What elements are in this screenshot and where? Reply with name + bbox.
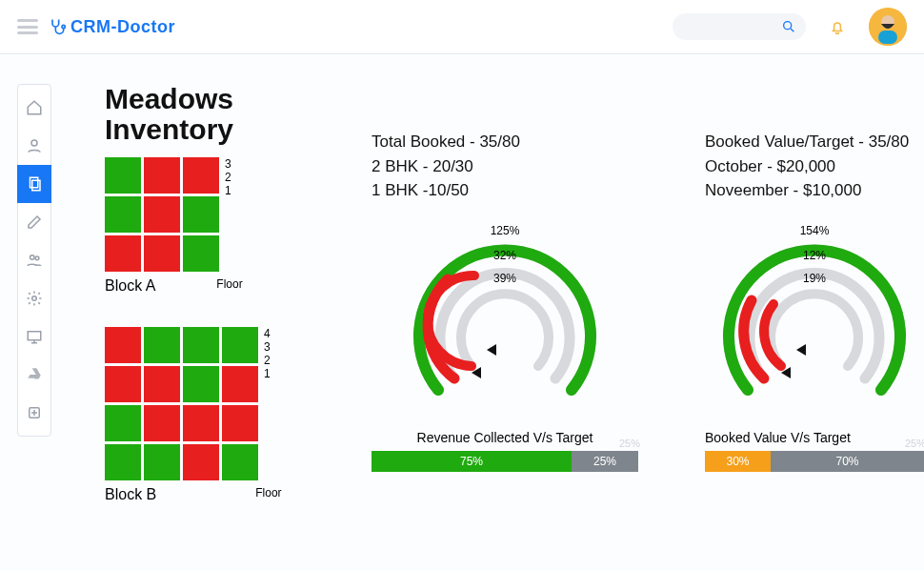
center-summary: Total Booked - 35/80 2 BHK - 20/30 1 BHK…	[372, 130, 638, 203]
right-bar: 30% 70% 25%	[705, 451, 924, 472]
center-bar-title: Revenue Collected V/s Target	[372, 430, 638, 445]
main-content: Meadows Inventory 321 Block A Floor 4321…	[105, 84, 907, 561]
floor-number: 4	[264, 327, 271, 340]
sidebar-item-hospital[interactable]	[17, 394, 51, 432]
gauge-inner-label: 19%	[705, 272, 924, 285]
svg-rect-12	[28, 332, 41, 340]
gauge-mid-label: 32%	[395, 249, 614, 262]
inventory-cell[interactable]	[183, 327, 219, 363]
block-b-label: Block B	[105, 486, 156, 503]
inventory-cell[interactable]	[144, 444, 180, 480]
sidebar-item-files[interactable]	[17, 165, 51, 203]
inventory-cell[interactable]	[144, 157, 180, 194]
brand-logo[interactable]: CRM-Doctor	[48, 17, 175, 37]
center-bar-left: 75%	[372, 451, 572, 472]
sidebar-item-edit[interactable]	[17, 203, 51, 241]
floor-number: 3	[225, 157, 231, 171]
right-gauge: 154% 12% 19%	[705, 218, 924, 418]
sidebar-item-user[interactable]	[17, 127, 51, 165]
hospital-icon	[26, 404, 43, 421]
block-a-grid	[105, 157, 219, 272]
topbar: CRM-Doctor	[0, 0, 924, 53]
right-bar-left: 30%	[705, 451, 771, 472]
inventory-cell[interactable]	[105, 157, 141, 194]
inventory-cell[interactable]	[183, 196, 219, 233]
sidebar-item-monitor[interactable]	[17, 317, 51, 356]
svg-rect-8	[32, 180, 40, 191]
inventory-cell[interactable]	[105, 405, 141, 441]
gear-icon	[26, 290, 43, 307]
inventory-cell[interactable]	[183, 157, 219, 194]
inventory-cell[interactable]	[222, 366, 258, 402]
inventory-cell[interactable]	[105, 235, 141, 272]
inventory-cell[interactable]	[144, 366, 180, 402]
users-icon	[26, 252, 43, 269]
svg-point-10	[35, 256, 39, 260]
sidebar-item-home[interactable]	[17, 89, 51, 127]
inventory-cell[interactable]	[222, 327, 258, 363]
svg-rect-5	[878, 31, 897, 44]
files-icon	[26, 175, 43, 193]
inventory-cell[interactable]	[183, 405, 219, 441]
sidebar-item-drive[interactable]	[17, 356, 51, 394]
floor-number: 1	[264, 367, 271, 380]
floor-number: 2	[264, 354, 271, 367]
avatar[interactable]	[869, 8, 907, 46]
sidebar-item-settings[interactable]	[17, 279, 51, 317]
avatar-icon	[869, 8, 907, 46]
bell-icon[interactable]	[829, 18, 846, 35]
home-icon	[26, 99, 43, 116]
gauge-mid-label: 12%	[705, 249, 924, 262]
stethoscope-icon	[48, 17, 67, 36]
right-bar-right: 70%	[771, 451, 924, 472]
inventory-cell[interactable]	[144, 196, 180, 233]
svg-marker-14	[487, 344, 496, 356]
svg-line-2	[791, 29, 793, 31]
inventory-cell[interactable]	[222, 405, 258, 441]
inventory-cell[interactable]	[183, 444, 219, 480]
inventory-cell[interactable]	[183, 235, 219, 272]
inventory-cell[interactable]	[105, 327, 141, 363]
inventory-cell[interactable]	[183, 366, 219, 402]
right-panel: Booked Value/Target - 35/80 October - $2…	[705, 130, 924, 472]
svg-point-6	[31, 140, 37, 146]
inventory-cell[interactable]	[222, 444, 258, 480]
sidebar-item-users[interactable]	[17, 241, 51, 279]
inventory-cell[interactable]	[105, 444, 141, 480]
user-icon	[26, 137, 43, 154]
block-b-floor-label: Floor	[255, 486, 281, 500]
floor-number: 3	[264, 340, 271, 354]
search-input[interactable]	[673, 13, 806, 40]
floor-number: 1	[225, 184, 231, 197]
center-bar-outside-label: 25%	[619, 438, 640, 449]
monitor-icon	[26, 328, 43, 345]
sidebar	[17, 84, 51, 437]
floor-number: 2	[225, 171, 231, 184]
drive-icon	[26, 366, 43, 383]
inventory-cell[interactable]	[105, 196, 141, 233]
inventory-cell[interactable]	[144, 235, 180, 272]
gauge-outer-label: 154%	[705, 224, 924, 237]
center-gauge: 125% 32% 39%	[395, 218, 614, 418]
svg-point-11	[32, 296, 37, 301]
search-icon	[781, 19, 796, 34]
gauge-inner-label: 39%	[395, 272, 614, 285]
menu-toggle-button[interactable]	[17, 19, 38, 34]
inventory-cell[interactable]	[105, 366, 141, 402]
center-panel: Total Booked - 35/80 2 BHK - 20/30 1 BHK…	[372, 130, 638, 472]
svg-point-9	[30, 255, 35, 260]
svg-marker-16	[796, 344, 806, 356]
svg-rect-7	[30, 177, 38, 188]
inventory-cell[interactable]	[144, 405, 180, 441]
center-bar: 75% 25% 25%	[372, 451, 638, 472]
right-bar-title: Booked Value V/s Target	[705, 430, 924, 445]
svg-point-0	[62, 25, 65, 28]
topbar-divider	[0, 53, 924, 54]
right-bar-outside-label: 25%	[905, 438, 924, 449]
block-b-grid	[105, 327, 258, 480]
block-b-floor-numbers: 4321	[264, 327, 271, 380]
block-a-floor-label: Floor	[216, 277, 242, 291]
brand-text: CRM-Doctor	[70, 17, 175, 37]
edit-icon	[26, 214, 43, 231]
inventory-cell[interactable]	[144, 327, 180, 363]
